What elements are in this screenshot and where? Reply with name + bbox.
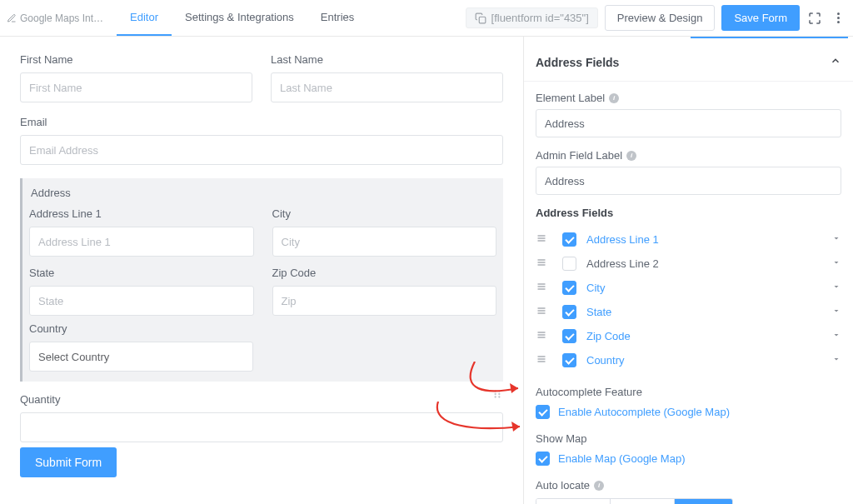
element-label-caption: Element Labeli [536,92,841,104]
last-name-input[interactable] [271,72,503,102]
drag-handle-icon[interactable] [536,233,551,246]
drag-handle-icon[interactable] [491,388,503,402]
address-field-row[interactable]: Country [536,348,841,372]
city-label: City [272,207,497,220]
form-canvas: First Name Last Name Email Address Addre… [0,37,524,504]
copy-icon [475,12,486,24]
svg-point-4 [499,391,500,392]
element-label-input[interactable] [536,109,841,137]
breadcrumb-text: Google Maps Int… [20,12,103,24]
addr-line1-input[interactable] [29,227,254,257]
svg-point-3 [495,397,496,397]
autolocate-on-click[interactable]: On Click [611,499,674,504]
field-checkbox[interactable] [562,257,576,271]
address-field-row[interactable]: Zip Code [536,324,841,348]
field-checkbox[interactable] [562,281,576,295]
address-field-row[interactable]: State [536,300,841,324]
autolocate-header: Auto locatei [536,479,841,492]
top-tabs: Editor Settings & Integrations Entries [117,0,367,36]
email-label: Email [20,116,503,128]
field-checkbox[interactable] [562,305,576,319]
breadcrumb[interactable]: Google Maps Int… [3,12,110,24]
field-name: City [586,282,605,294]
chevron-down-icon[interactable] [831,233,841,246]
info-icon[interactable]: i [594,481,604,491]
expand-icon[interactable] [806,10,823,27]
country-label: Country [29,322,496,335]
city-input[interactable] [272,227,497,257]
sidebar-section-title: Address Fields [536,56,619,69]
sidebar-section-header[interactable]: Address Fields [524,43,853,82]
country-select[interactable]: Select Country [29,342,253,372]
drag-handle-icon[interactable] [536,282,551,294]
field-checkbox[interactable] [562,353,576,367]
first-name-input[interactable] [20,72,252,102]
drag-handle-icon[interactable] [536,330,551,342]
topbar: Google Maps Int… Editor Settings & Integ… [0,0,853,37]
autocomplete-option-row[interactable]: Enable Autocomplete (Google Map) [536,405,841,419]
address-field-row[interactable]: Address Line 2 [536,252,841,276]
chevron-down-icon[interactable] [831,306,841,318]
showmap-header: Show Map [536,432,841,445]
country-value: Select Country [38,351,109,363]
submit-button[interactable]: Submit Form [20,447,117,477]
svg-rect-0 [479,17,486,23]
autocomplete-label: Enable Autocomplete (Google Map) [558,406,730,418]
svg-point-2 [495,393,496,394]
address-field-row[interactable]: City [536,276,841,300]
address-field-row[interactable]: Address Line 1 [536,227,841,252]
state-input[interactable] [29,286,254,316]
field-checkbox[interactable] [562,232,576,247]
chevron-down-icon[interactable] [831,330,841,342]
chevron-up-icon [830,55,841,69]
autocomplete-checkbox[interactable] [536,405,550,419]
tab-editor[interactable]: Editor [117,0,172,36]
drag-handle-icon[interactable] [536,354,551,367]
quantity-label: Quantity [20,393,503,406]
save-button[interactable]: Save Form [721,5,800,31]
sidebar-body: Element Labeli Admin Field Labeli Addres… [524,82,853,504]
tab-entries[interactable]: Entries [307,0,367,36]
svg-point-1 [495,391,496,392]
preview-button[interactable]: Preview & Design [605,5,716,31]
zip-label: Zip Code [272,267,497,279]
address-fields-list: Address Line 1Address Line 2CityStateZip… [536,227,841,372]
address-block[interactable]: Address Address Line 1 City State Zip Co… [20,178,503,382]
shortcode-box[interactable]: [fluentform id="435"] [466,7,598,28]
more-icon[interactable] [830,10,846,27]
chevron-down-icon[interactable] [831,354,841,367]
chevron-down-icon[interactable] [831,257,841,270]
main: First Name Last Name Email Address Addre… [0,37,853,504]
showmap-option-row[interactable]: Enable Map (Google Map) [536,452,841,466]
autocomplete-header: Autocomplete Feature [536,386,841,398]
admin-label-caption: Admin Field Labeli [536,149,841,162]
field-name: Zip Code [586,330,631,342]
address-title: Address [29,185,496,204]
drag-handle-icon[interactable] [536,306,551,318]
field-checkbox[interactable] [562,329,576,343]
zip-input[interactable] [272,286,497,316]
addr-line1-label: Address Line 1 [29,207,254,220]
last-name-label: Last Name [271,53,503,66]
showmap-checkbox[interactable] [536,452,550,466]
chevron-down-icon[interactable] [831,282,841,294]
field-name: Country [586,354,625,367]
autolocate-disable[interactable]: Disable [675,499,733,504]
quantity-input[interactable] [20,412,503,442]
drag-handle-icon[interactable] [536,257,551,270]
admin-label-input[interactable] [536,167,841,195]
svg-point-5 [499,393,500,394]
sidebar-tab-indicator [691,37,848,38]
autolocate-page-load[interactable]: Page Load [536,499,611,504]
tab-settings[interactable]: Settings & Integrations [172,0,307,36]
topbar-left: Google Maps Int… Editor Settings & Integ… [3,0,367,36]
field-name: State [586,306,611,318]
first-name-label: First Name [20,53,252,66]
info-icon[interactable]: i [609,93,619,103]
email-input[interactable] [20,135,503,165]
shortcode-text: [fluentform id="435"] [491,12,589,24]
info-icon[interactable]: i [626,151,636,161]
autolocate-group: Page Load On Click Disable [536,498,733,504]
topbar-right: [fluentform id="435"] Preview & Design S… [466,5,846,31]
svg-point-6 [499,397,500,397]
